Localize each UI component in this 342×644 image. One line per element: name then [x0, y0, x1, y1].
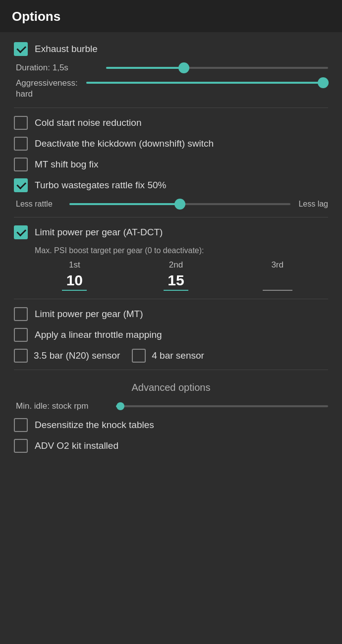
duration-thumb[interactable]	[178, 62, 189, 73]
limit-power-atdct-label: Limit power per gear (AT-DCT)	[35, 227, 163, 238]
cold-start-label: Cold start noise reduction	[35, 117, 141, 128]
rattle-row: Less rattle Less lag	[14, 199, 328, 209]
gear-value-1st[interactable]: 10	[62, 272, 87, 291]
rattle-slider[interactable]	[69, 199, 290, 209]
gear-cell-2nd: 2nd 15	[125, 260, 227, 291]
duration-label: Duration: 1,5s	[16, 63, 100, 73]
aggressiveness-slider[interactable]	[86, 78, 328, 88]
sensor-4bar-label: 4 bar sensor	[152, 350, 204, 361]
turbo-wastegate-checkbox[interactable]	[14, 178, 28, 192]
divider-3	[14, 299, 328, 299]
gear-description: Max. PSI boost target per gear (0 to dea…	[14, 246, 328, 255]
exhaust-burble-row: Exhaust burble	[14, 42, 328, 56]
linear-throttle-row: Apply a linear throttle mapping	[14, 328, 328, 342]
desensitize-knock-row: Desensitize the knock tables	[14, 418, 328, 432]
idle-label: Min. idle: stock rpm	[16, 401, 110, 411]
linear-throttle-label: Apply a linear throttle mapping	[35, 329, 162, 340]
gear-name-1st: 1st	[69, 260, 80, 270]
gear-table: 1st 10 2nd 15 3rd _	[14, 260, 328, 291]
gear-name-3rd: 3rd	[271, 260, 284, 270]
desensitize-knock-label: Desensitize the knock tables	[35, 420, 154, 430]
rattle-thumb[interactable]	[174, 199, 185, 210]
rattle-label-right: Less lag	[298, 200, 328, 209]
rattle-track	[69, 203, 290, 205]
cold-start-row: Cold start noise reduction	[14, 116, 328, 130]
limit-power-atdct-row: Limit power per gear (AT-DCT)	[14, 225, 328, 239]
sensor-row: 3.5 bar (N20) sensor 4 bar sensor	[14, 349, 328, 363]
content: Exhaust burble Duration: 1,5s Aggressive…	[0, 32, 342, 470]
idle-thumb[interactable]	[116, 402, 124, 410]
exhaust-burble-label: Exhaust burble	[35, 44, 98, 54]
limit-power-atdct-checkbox[interactable]	[14, 225, 28, 239]
kickdown-row: Deactivate the kickdown (downshift) swit…	[14, 137, 328, 151]
aggressiveness-fill	[86, 82, 323, 84]
gear-value-3rd[interactable]: _	[263, 272, 292, 291]
limit-power-mt-label: Limit power per gear (MT)	[35, 309, 143, 320]
mt-shift-label: MT shift bog fix	[35, 159, 98, 170]
idle-row: Min. idle: stock rpm	[14, 401, 328, 411]
limit-power-mt-row: Limit power per gear (MT)	[14, 307, 328, 321]
sensor-n20-label: 3.5 bar (N20) sensor	[34, 350, 120, 361]
mt-shift-row: MT shift bog fix	[14, 158, 328, 171]
turbo-wastegate-label: Turbo wastegates rattle fix 50%	[35, 180, 166, 191]
page-title: Options	[12, 9, 330, 24]
divider-1	[14, 107, 328, 108]
aggressiveness-track	[86, 82, 328, 84]
adv-o2-label: ADV O2 kit installed	[35, 440, 118, 451]
rattle-label-left: Less rattle	[16, 200, 65, 209]
adv-o2-checkbox[interactable]	[14, 439, 28, 453]
linear-throttle-checkbox[interactable]	[14, 328, 28, 342]
duration-slider[interactable]	[106, 63, 328, 73]
aggressiveness-row: Aggressiveness: hard	[14, 78, 328, 100]
mt-shift-checkbox[interactable]	[14, 158, 28, 171]
sensor-4bar-checkbox[interactable]	[132, 349, 146, 363]
idle-track	[116, 405, 328, 407]
turbo-wastegate-row: Turbo wastegates rattle fix 50%	[14, 178, 328, 192]
divider-2	[14, 217, 328, 217]
kickdown-checkbox[interactable]	[14, 137, 28, 151]
sensor-n20-item: 3.5 bar (N20) sensor	[14, 349, 120, 363]
adv-o2-row: ADV O2 kit installed	[14, 439, 328, 453]
divider-4	[14, 370, 328, 370]
gear-cell-3rd: 3rd _	[227, 260, 328, 291]
cold-start-checkbox[interactable]	[14, 116, 28, 130]
aggressiveness-label: Aggressiveness: hard	[16, 78, 80, 100]
limit-power-mt-checkbox[interactable]	[14, 307, 28, 321]
gear-name-2nd: 2nd	[169, 260, 183, 270]
kickdown-label: Deactivate the kickdown (downshift) swit…	[35, 138, 214, 149]
header: Options	[0, 0, 342, 32]
advanced-title: Advanced options	[14, 382, 328, 393]
sensor-n20-checkbox[interactable]	[14, 349, 28, 363]
gear-cell-1st: 1st 10	[24, 260, 125, 291]
exhaust-burble-checkbox[interactable]	[14, 42, 28, 56]
duration-row: Duration: 1,5s	[14, 63, 328, 73]
duration-track	[106, 67, 328, 69]
aggressiveness-thumb[interactable]	[318, 77, 329, 88]
desensitize-knock-checkbox[interactable]	[14, 418, 28, 432]
gear-value-2nd[interactable]: 15	[164, 272, 188, 291]
sensor-4bar-item: 4 bar sensor	[132, 349, 204, 363]
rattle-fill	[69, 203, 180, 205]
idle-slider[interactable]	[116, 401, 328, 411]
duration-fill	[106, 67, 184, 69]
